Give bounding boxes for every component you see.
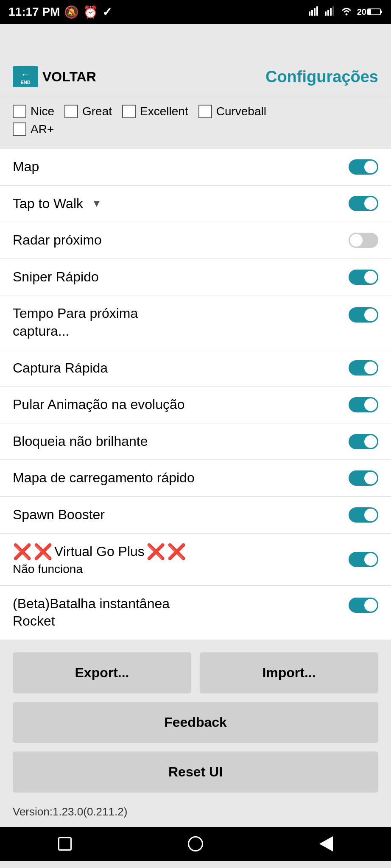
setting-pular: Pular Animação na evolução xyxy=(0,387,391,423)
status-left: 11:17 PM 🔕 ⏰ ✓ xyxy=(8,5,112,19)
top-spacer xyxy=(0,24,391,58)
svg-rect-11 xyxy=(380,11,382,13)
checkbox-excellent[interactable]: Excellent xyxy=(122,105,188,118)
toggle-pular-knob xyxy=(364,398,377,411)
settings-list: Map Tap to Walk ▼ Radar próximo Sniper R… xyxy=(0,149,391,640)
setting-tempo-label: Tempo Para próximacaptura... xyxy=(13,305,138,340)
toggle-vgp-knob xyxy=(364,553,377,566)
toggle-sniper[interactable] xyxy=(349,270,378,285)
toggle-sniper-knob xyxy=(364,271,377,284)
checkbox-section: Nice Great Excellent Curveball AR+ xyxy=(0,96,391,149)
nav-recent-icon[interactable] xyxy=(58,837,72,851)
status-time: 11:17 PM xyxy=(8,5,60,19)
toggle-tempo[interactable] xyxy=(349,307,378,323)
alarm-icon: ⏰ xyxy=(83,5,98,19)
setting-spawn: Spawn Booster xyxy=(0,497,391,534)
checkbox-ar-plus[interactable]: AR+ xyxy=(13,122,54,136)
toggle-spawn-knob xyxy=(364,509,377,521)
feedback-button[interactable]: Feedback xyxy=(13,702,378,743)
setting-captura-label: Captura Rápida xyxy=(13,359,108,377)
checkbox-great-label: Great xyxy=(82,105,112,118)
toggle-tempo-knob xyxy=(364,309,377,321)
setting-mapa-label: Mapa de carregamento rápido xyxy=(13,469,195,487)
svg-rect-2 xyxy=(314,8,316,16)
setting-vgp: ❌ ❌ Virtual Go Plus ❌ ❌ Não funciona xyxy=(0,534,391,586)
setting-batalha-label: (Beta)Batalha instantâneaRocket xyxy=(13,595,170,630)
svg-point-8 xyxy=(345,13,347,15)
toggle-radar[interactable] xyxy=(349,233,378,248)
checkbox-curveball-label: Curveball xyxy=(216,105,266,118)
toggle-bloqueia-knob xyxy=(364,435,377,448)
setting-radar-label: Radar próximo xyxy=(13,231,102,249)
svg-rect-7 xyxy=(332,6,334,16)
svg-rect-1 xyxy=(311,10,313,16)
setting-bloqueia: Bloqueia não brilhante xyxy=(0,423,391,460)
setting-radar: Radar próximo xyxy=(0,222,391,259)
toggle-pular[interactable] xyxy=(349,397,378,412)
toggle-radar-knob xyxy=(350,234,363,247)
toggle-captura-knob xyxy=(364,362,377,374)
checkbox-ar-plus-box[interactable] xyxy=(13,122,26,136)
setting-batalha: (Beta)Batalha instantâneaRocket xyxy=(0,586,391,640)
nav-home-icon[interactable] xyxy=(188,836,203,851)
checkbox-great[interactable]: Great xyxy=(64,105,112,118)
checkbox-curveball-box[interactable] xyxy=(198,105,212,118)
setting-tap-to-walk-label: Tap to Walk xyxy=(13,195,83,213)
toggle-bloqueia[interactable] xyxy=(349,434,378,449)
x-mark-1: ❌ xyxy=(13,543,32,561)
svg-rect-5 xyxy=(327,10,329,16)
checkbox-row-1: Nice Great Excellent Curveball xyxy=(13,105,378,118)
toggle-map-knob xyxy=(364,161,377,173)
setting-pular-label: Pular Animação na evolução xyxy=(13,396,185,414)
checkbox-great-box[interactable] xyxy=(64,105,78,118)
status-right: 20 xyxy=(308,5,383,19)
toggle-mapa[interactable] xyxy=(349,470,378,486)
checkbox-nice-label: Nice xyxy=(31,105,54,118)
check-icon: ✓ xyxy=(102,5,112,19)
setting-sniper-label: Sniper Rápido xyxy=(13,268,99,286)
setting-sniper: Sniper Rápido xyxy=(0,259,391,296)
x-mark-4: ❌ xyxy=(167,543,186,561)
checkbox-ar-plus-label: AR+ xyxy=(31,122,54,136)
setting-tap-to-walk: Tap to Walk ▼ xyxy=(0,186,391,223)
svg-rect-3 xyxy=(316,6,318,16)
checkbox-nice-box[interactable] xyxy=(13,105,26,118)
checkbox-excellent-label: Excellent xyxy=(140,105,188,118)
svg-rect-4 xyxy=(325,11,327,16)
checkbox-nice[interactable]: Nice xyxy=(13,105,54,118)
vgp-title-text: Virtual Go Plus xyxy=(54,544,145,559)
toggle-batalha[interactable] xyxy=(349,598,378,613)
reset-ui-button[interactable]: Reset UI xyxy=(13,751,378,793)
toggle-tap-to-walk-knob xyxy=(364,197,377,210)
back-icon: ← END xyxy=(13,66,38,87)
battery-icon: 20 xyxy=(357,7,383,17)
toggle-map[interactable] xyxy=(349,159,378,175)
import-button[interactable]: Import... xyxy=(200,652,378,693)
export-button[interactable]: Export... xyxy=(13,652,191,693)
back-label: VOLTAR xyxy=(42,69,96,85)
header: ← END VOLTAR Configurações xyxy=(0,58,391,96)
svg-rect-6 xyxy=(330,8,332,16)
version-text: Version:1.23.0(0.211.2) xyxy=(13,805,378,818)
toggle-captura[interactable] xyxy=(349,360,378,376)
x-mark-3: ❌ xyxy=(146,543,165,561)
setting-tempo: Tempo Para próximacaptura... xyxy=(0,295,391,350)
mute-icon: 🔕 xyxy=(64,5,79,19)
toggle-vgp[interactable] xyxy=(349,552,378,567)
wifi-icon xyxy=(340,5,353,19)
status-bar: 11:17 PM 🔕 ⏰ ✓ xyxy=(0,0,391,24)
dropdown-arrow-icon[interactable]: ▼ xyxy=(92,198,102,209)
toggle-spawn[interactable] xyxy=(349,507,378,523)
setting-map: Map xyxy=(0,149,391,186)
checkbox-curveball[interactable]: Curveball xyxy=(198,105,266,118)
setting-map-label: Map xyxy=(13,158,39,176)
nav-back-icon[interactable] xyxy=(319,836,333,851)
bottom-section: Export... Import... Feedback Reset UI Ve… xyxy=(0,640,391,827)
setting-bloqueia-label: Bloqueia não brilhante xyxy=(13,433,148,451)
toggle-batalha-knob xyxy=(364,599,377,612)
vgp-subtitle-text: Não funciona xyxy=(13,562,186,576)
back-button[interactable]: ← END VOLTAR xyxy=(13,66,96,87)
checkbox-excellent-box[interactable] xyxy=(122,105,136,118)
toggle-tap-to-walk[interactable] xyxy=(349,196,378,211)
toggle-mapa-knob xyxy=(364,472,377,484)
